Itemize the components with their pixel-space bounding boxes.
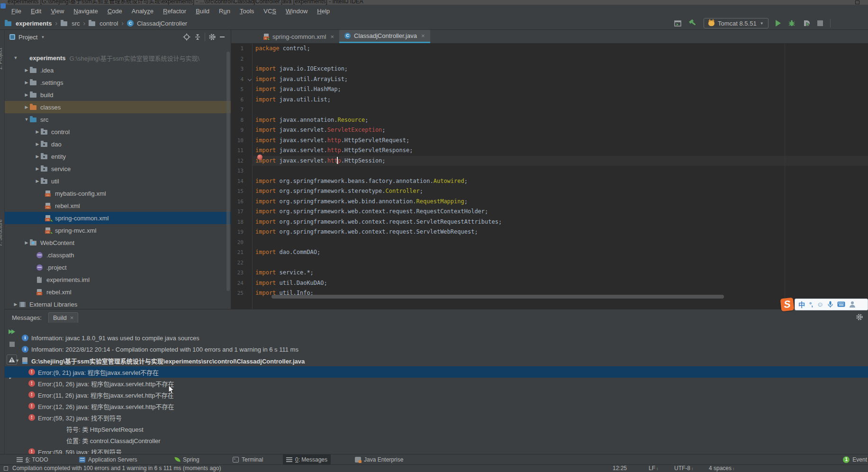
caret-position-widget[interactable]: 12:25 — [613, 465, 627, 472]
tab-classadjcontroller-java[interactable]: CClassadjController.java× — [339, 30, 430, 43]
close-icon[interactable]: × — [70, 314, 74, 321]
code-line-23[interactable]: import service.*; — [253, 268, 868, 278]
tree-item-spring-mvc-xml[interactable]: <>spring-mvc.xml — [5, 224, 231, 236]
code-line-17[interactable]: import org.springframework.web.context.r… — [253, 207, 868, 217]
menu-item-analyze[interactable]: Analyze — [127, 8, 158, 15]
ime-account-icon[interactable] — [850, 301, 855, 307]
ime-emoji-icon[interactable]: ☺ — [817, 300, 823, 308]
build-message-row[interactable]: !Error:(9, 21) java: 程序包javax.servlet不存在 — [5, 366, 868, 378]
breadcrumb-item-control[interactable]: control — [99, 20, 118, 27]
code-line-4[interactable]: import java.util.ArrayList; — [253, 74, 868, 85]
locate-file-icon[interactable] — [183, 33, 190, 41]
build-message-row[interactable]: 符号: 类 HttpServletRequest — [5, 423, 868, 435]
tree-item-entity[interactable]: ▶entity — [5, 150, 231, 163]
run-configuration-select[interactable]: Tomcat 8.5.51 ▼ — [704, 18, 769, 28]
build-message-row[interactable]: iInformation: javac 1.8.0_91 was used to… — [5, 332, 868, 344]
code-line-15[interactable]: import org.springframework.stereotype.Co… — [253, 186, 868, 197]
ime-chinese-mode-icon[interactable]: 中 — [798, 300, 805, 309]
tree-item-classes[interactable]: ▶classes — [5, 101, 231, 113]
code-line-16[interactable]: import org.springframework.web.bind.anno… — [253, 197, 868, 207]
chevron-collapsed-icon[interactable]: ▶ — [34, 129, 41, 134]
tree-item-mybatis-config-xml[interactable]: <>mybatis-config.xml — [5, 187, 231, 200]
tool-stripe-project[interactable]: 1: Project — [0, 48, 3, 70]
chevron-collapsed-icon[interactable]: ▶ — [23, 240, 30, 245]
code-line-13[interactable] — [253, 166, 868, 176]
tree-item-experiments-iml[interactable]: experiments.iml — [5, 273, 231, 286]
tree-item-experiments[interactable]: ▼experimentsG:\shejiing\基于ssm实验室管理系统设计与实… — [5, 52, 231, 64]
ime-microphone-icon[interactable] — [828, 301, 833, 308]
code-line-10[interactable]: import javax.servlet.http.HttpServletReq… — [253, 136, 868, 146]
chevron-expanded-icon[interactable]: ▼ — [12, 55, 19, 60]
build-message-row[interactable]: !Error:(10, 26) java: 程序包javax.servlet.h… — [5, 378, 868, 389]
toolwindow-button-java-enterprise[interactable]: Java Enterprise — [352, 454, 407, 464]
breadcrumb-item-experiments[interactable]: experiments — [16, 20, 52, 27]
code-line-2[interactable] — [253, 54, 868, 64]
collapse-all-icon[interactable] — [194, 33, 201, 41]
debug-button[interactable] — [788, 19, 796, 27]
tree-item-spring-common-xml[interactable]: <>spring-common.xml — [5, 212, 231, 224]
tree-item-build[interactable]: ▶build — [5, 89, 231, 101]
toolwindow-button-6-todo[interactable]: 6: TODO — [13, 454, 52, 464]
event-log-item[interactable]: 1 Event — [843, 454, 868, 464]
sogou-logo-icon[interactable]: S — [780, 297, 795, 311]
chevron-expanded-icon[interactable]: ▼ — [23, 117, 30, 122]
code-line-9[interactable]: import javax.servlet.ServletException; — [253, 125, 868, 136]
tab-spring-common-xml[interactable]: <>spring-common.xml× — [258, 30, 339, 43]
menu-item-help[interactable]: Help — [312, 8, 335, 15]
menu-item-view[interactable]: View — [46, 8, 69, 15]
tree-item--idea[interactable]: ▶.idea — [5, 64, 231, 76]
build-hammer-icon[interactable] — [688, 19, 696, 27]
tree-item-rebel-xml[interactable]: <>rebel.xml — [5, 286, 231, 298]
code-line-18[interactable]: import org.springframework.web.context.r… — [253, 217, 868, 227]
code-line-7[interactable] — [253, 105, 868, 115]
hide-panel-icon[interactable] — [219, 33, 225, 41]
menu-item-navigate[interactable]: Navigate — [69, 8, 102, 15]
ime-punctuation-icon[interactable]: °, — [809, 301, 813, 308]
code-line-8[interactable]: import javax.annotation.Resource; — [253, 115, 868, 126]
code-line-21[interactable]: import dao.CommDAO; — [253, 247, 868, 258]
encoding-widget[interactable]: UTF-8↕ — [674, 465, 694, 472]
show-tool-window-icon[interactable] — [674, 20, 681, 27]
build-message-row[interactable]: !Error:(12, 26) java: 程序包javax.servlet.h… — [5, 400, 868, 412]
chevron-collapsed-icon[interactable]: ▶ — [12, 302, 19, 307]
menu-item-run[interactable]: Run — [214, 8, 235, 15]
messages-settings-gear-icon[interactable] — [856, 313, 863, 321]
tree-item-service[interactable]: ▶service — [5, 163, 231, 175]
code-line-11[interactable]: import javax.servlet.http.HttpServletRes… — [253, 145, 868, 156]
menu-item-code[interactable]: Code — [103, 8, 127, 15]
maximize-button-icon[interactable] — [855, 0, 859, 4]
error-intention-bulb-icon[interactable] — [257, 154, 262, 160]
tab-build[interactable]: Build × — [48, 312, 79, 323]
tool-stripe-structure[interactable]: 7: Structure — [0, 219, 3, 246]
chevron-collapsed-icon[interactable]: ▶ — [34, 142, 41, 146]
build-message-row[interactable]: ▼G:\shejiing\基于ssm实验室管理系统设计与实现\experimen… — [5, 355, 868, 366]
code-line-6[interactable]: import java.util.List; — [253, 95, 868, 105]
menu-item-window[interactable]: Window — [281, 8, 312, 15]
run-button[interactable] — [776, 20, 781, 27]
tree-item--classpath[interactable]: .classpath — [5, 249, 231, 261]
tree-item-util[interactable]: ▶util — [5, 175, 231, 187]
menu-item-file[interactable]: File — [7, 8, 26, 15]
build-message-row[interactable]: !Error:(11, 26) java: 程序包javax.servlet.h… — [5, 389, 868, 400]
build-message-row[interactable]: !Error:(59, 59) java: 找不到符号 — [5, 446, 868, 454]
tree-item-webcontent[interactable]: ▶WebContent — [5, 236, 231, 249]
tree-item-rebel-xml[interactable]: <>rebel.xml — [5, 200, 231, 212]
indent-widget[interactable]: 4 spaces↕ — [709, 465, 735, 472]
toolwindow-button-terminal[interactable]: Terminal — [229, 454, 266, 464]
toolwindow-button-0-messages[interactable]: 0: Messages — [283, 454, 331, 464]
menu-item-build[interactable]: Build — [191, 8, 214, 15]
tree-item--project[interactable]: .project — [5, 261, 231, 273]
chevron-collapsed-icon[interactable]: ▶ — [23, 80, 30, 85]
chevron-collapsed-icon[interactable]: ▶ — [23, 105, 30, 109]
tree-item-external-libraries[interactable]: ▶External Libraries — [5, 298, 231, 309]
stop-button[interactable] — [817, 20, 823, 26]
background-tasks-icon[interactable] — [4, 466, 8, 471]
code-line-1[interactable]: package control; — [253, 44, 868, 54]
tree-item-dao[interactable]: ▶dao — [5, 138, 231, 150]
line-ending-widget[interactable]: LF↕ — [649, 465, 659, 472]
settings-gear-icon[interactable] — [208, 33, 216, 41]
menu-item-edit[interactable]: Edit — [26, 8, 46, 15]
build-message-row[interactable]: 位置: 类 control.ClassadjController — [5, 435, 868, 446]
menu-item-refactor[interactable]: Refactor — [158, 8, 191, 15]
close-tab-icon[interactable]: × — [330, 33, 334, 40]
